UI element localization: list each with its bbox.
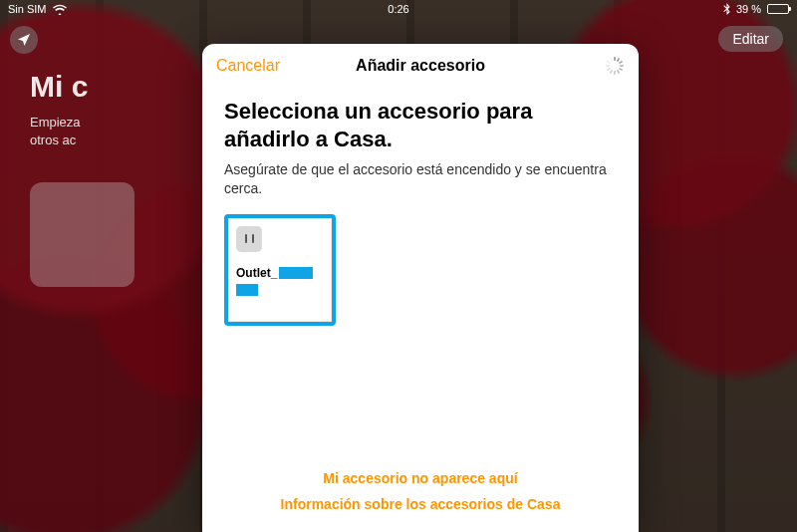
accessory-name: Outlet_ [236, 266, 324, 280]
modal-title: Añadir accesorio [356, 57, 485, 75]
modal-subheading: Asegúrate de que el accesorio está encen… [224, 160, 617, 198]
svg-rect-6 [614, 71, 616, 75]
svg-rect-1 [617, 58, 620, 62]
cancel-button[interactable]: Cancelar [216, 44, 280, 88]
accessory-tile[interactable]: Outlet_ [224, 214, 336, 326]
svg-rect-3 [620, 65, 624, 67]
modal-body: Selecciona un accesorio para añadirlo a … [202, 88, 639, 455]
svg-rect-0 [614, 57, 616, 61]
accessory-not-showing-link[interactable]: Mi accesorio no aparece aquí [202, 465, 639, 492]
battery-icon [767, 4, 789, 14]
spinner-icon [605, 56, 625, 76]
redacted-text [279, 267, 313, 279]
svg-rect-10 [607, 61, 611, 64]
bluetooth-icon [723, 3, 730, 15]
svg-rect-4 [619, 68, 623, 71]
outlet-icon [236, 226, 262, 252]
svg-rect-9 [606, 65, 610, 67]
modal-heading: Selecciona un accesorio para añadirlo a … [224, 98, 617, 152]
svg-rect-5 [617, 70, 620, 74]
redacted-text [236, 284, 258, 296]
clock: 0:26 [388, 3, 408, 15]
svg-rect-7 [610, 70, 613, 74]
battery-text: 39 % [736, 3, 761, 15]
background-tile [30, 182, 134, 287]
svg-rect-11 [610, 58, 613, 62]
location-button[interactable] [10, 26, 38, 54]
add-accessory-modal: Cancelar Añadir accesorio [202, 44, 639, 532]
carrier-text: Sin SIM [8, 3, 47, 15]
wifi-icon [53, 4, 67, 15]
svg-rect-8 [607, 68, 611, 71]
edit-button[interactable]: Editar [718, 26, 783, 52]
status-bar: Sin SIM 0:26 39 % [0, 0, 797, 18]
modal-header: Cancelar Añadir accesorio [202, 44, 639, 88]
svg-rect-2 [619, 61, 623, 64]
modal-footer: Mi accesorio no aparece aquí Información… [202, 455, 639, 532]
home-accessories-info-link[interactable]: Información sobre los accesorios de Casa [202, 491, 639, 518]
